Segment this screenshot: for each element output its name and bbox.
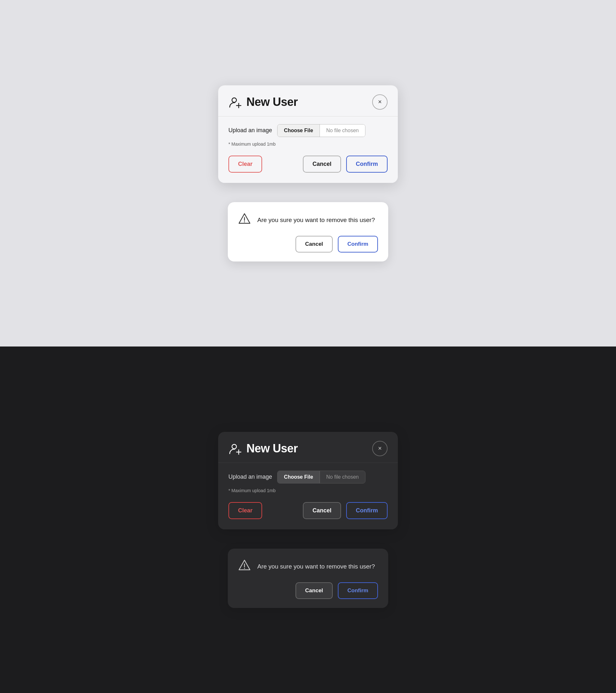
upload-label-light: Upload an image: [228, 127, 272, 134]
new-user-modal-light: New User × Upload an image Choose File N…: [218, 85, 398, 183]
cancel-button-dark[interactable]: Cancel: [303, 502, 341, 519]
confirm-dialog-light: Are you sure you want to remove this use…: [228, 202, 388, 261]
close-button-light[interactable]: ×: [372, 94, 388, 110]
svg-point-9: [244, 568, 245, 569]
confirm-dialog-dark: Are you sure you want to remove this use…: [228, 549, 388, 608]
cancel-button-light[interactable]: Cancel: [303, 156, 341, 173]
modal-body-dark: Upload an image Choose File No file chos…: [218, 463, 398, 529]
confirm-dialog-footer-light: Cancel Confirm: [228, 236, 388, 261]
file-name-dark: No file chosen: [320, 471, 365, 483]
close-button-dark[interactable]: ×: [372, 441, 388, 456]
user-add-icon-dark: [228, 441, 242, 456]
modal-body-light: Upload an image Choose File No file chos…: [218, 116, 398, 183]
dialog-cancel-button-dark[interactable]: Cancel: [296, 582, 333, 599]
max-upload-note-light: * Maximum upload 1mb: [228, 141, 388, 146]
file-name-light: No file chosen: [320, 124, 365, 137]
clear-button-light[interactable]: Clear: [228, 156, 262, 173]
dark-theme-section: New User × Upload an image Choose File N…: [0, 346, 616, 693]
confirm-button-light[interactable]: Confirm: [346, 156, 388, 173]
confirm-dialog-body-dark: Are you sure you want to remove this use…: [228, 549, 388, 582]
confirm-dialog-footer-dark: Cancel Confirm: [228, 582, 388, 608]
new-user-modal-dark: New User × Upload an image Choose File N…: [218, 432, 398, 529]
confirm-button-dark[interactable]: Confirm: [346, 502, 388, 519]
modal-header-dark: New User ×: [218, 432, 398, 463]
modal-header-left: New User: [228, 95, 298, 109]
modal-footer-dark: Clear Cancel Confirm: [228, 502, 388, 519]
file-input-wrapper-dark: Choose File No file chosen: [277, 471, 365, 483]
modal-footer-light: Clear Cancel Confirm: [228, 156, 388, 173]
dialog-confirm-button-dark[interactable]: Confirm: [338, 582, 378, 599]
modal-title-light: New User: [246, 95, 298, 109]
file-upload-row-dark: Upload an image Choose File No file chos…: [228, 471, 388, 483]
light-theme-section: New User × Upload an image Choose File N…: [0, 0, 616, 346]
confirm-dialog-body-light: Are you sure you want to remove this use…: [228, 202, 388, 236]
choose-file-button-light[interactable]: Choose File: [278, 124, 320, 137]
max-upload-note-dark: * Maximum upload 1mb: [228, 488, 388, 493]
user-add-icon: [228, 95, 242, 109]
file-input-wrapper-light: Choose File No file chosen: [277, 124, 365, 137]
confirm-message-light: Are you sure you want to remove this use…: [257, 216, 375, 224]
modal-header-left-dark: New User: [228, 441, 298, 456]
svg-point-4: [244, 221, 245, 222]
modal-title-dark: New User: [246, 442, 298, 455]
svg-point-0: [232, 98, 236, 102]
modal-header-light: New User ×: [218, 85, 398, 116]
confirm-message-dark: Are you sure you want to remove this use…: [257, 562, 375, 571]
dialog-confirm-button-light[interactable]: Confirm: [338, 236, 378, 253]
warning-icon-dark: [238, 559, 251, 575]
upload-label-dark: Upload an image: [228, 474, 272, 480]
file-upload-row-light: Upload an image Choose File No file chos…: [228, 124, 388, 137]
choose-file-button-dark[interactable]: Choose File: [278, 471, 320, 483]
warning-icon-light: [238, 212, 251, 228]
clear-button-dark[interactable]: Clear: [228, 502, 262, 519]
svg-point-5: [232, 444, 236, 449]
dialog-cancel-button-light[interactable]: Cancel: [296, 236, 333, 253]
